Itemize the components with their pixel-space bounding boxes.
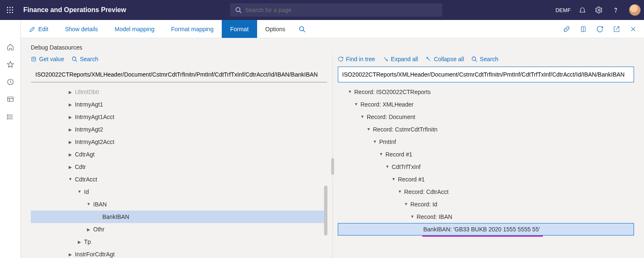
chevron-down-icon[interactable]: ▲ xyxy=(67,177,74,182)
rail-modules-icon[interactable] xyxy=(0,108,20,126)
help-icon[interactable] xyxy=(609,3,622,17)
format-mapping-button[interactable]: Format mapping xyxy=(163,20,222,38)
tree-row[interactable]: ▲Record: CdtrAcct xyxy=(338,186,634,198)
find-in-tree-button[interactable]: Find in tree xyxy=(338,56,375,62)
svg-point-22 xyxy=(7,119,8,119)
tree-row[interactable]: ▲Record: Document xyxy=(338,111,634,123)
chevron-down-icon[interactable]: ▲ xyxy=(396,190,404,194)
chevron-down-icon[interactable]: ▲ xyxy=(85,202,92,207)
edit-button[interactable]: Edit xyxy=(21,20,57,38)
tree-row[interactable]: ▶IntrmyAgt1 xyxy=(31,98,327,111)
chevron-down-icon[interactable]: ▲ xyxy=(371,140,379,144)
left-path-input[interactable] xyxy=(31,67,327,82)
left-search-button[interactable]: Search xyxy=(72,56,98,62)
chevron-down-icon[interactable]: ▲ xyxy=(346,90,354,94)
tree-row[interactable]: ▶IntrmyAgt1Acct xyxy=(31,111,327,123)
splitter[interactable] xyxy=(332,54,333,258)
tree-row[interactable]: ▶IntrmyAgt2 xyxy=(31,123,327,136)
chevron-right-icon[interactable]: ▶ xyxy=(85,227,92,232)
edit-label: Edit xyxy=(38,26,48,32)
svg-point-21 xyxy=(7,117,8,117)
chevron-down-icon[interactable]: ▲ xyxy=(384,165,391,169)
notifications-icon[interactable] xyxy=(576,3,589,17)
tree-row[interactable]: ▲Record #1 xyxy=(338,173,634,186)
tree-row[interactable]: ▲Record: ISO20022CTReports xyxy=(338,86,634,98)
tree-row[interactable]: ▲CdtrAcct xyxy=(31,173,327,186)
chevron-right-icon[interactable]: ▶ xyxy=(67,140,74,144)
search-icon xyxy=(72,56,77,62)
right-search-button[interactable]: Search xyxy=(471,56,498,62)
chevron-down-icon[interactable]: ▲ xyxy=(402,202,410,207)
tree-row[interactable]: •BankIBAN xyxy=(31,211,327,223)
user-avatar[interactable] xyxy=(629,4,641,16)
highlight-underline xyxy=(422,236,543,237)
tree-row[interactable]: ▶Tp xyxy=(31,236,327,248)
scrollbar[interactable] xyxy=(324,186,327,236)
tree-row[interactable]: ▲Id xyxy=(31,186,327,198)
rail-workspace-icon[interactable] xyxy=(0,91,20,108)
svg-point-37 xyxy=(472,57,476,61)
get-value-button[interactable]: Get value xyxy=(31,56,64,62)
tree-label: CdtrAcct xyxy=(74,176,97,183)
show-details-button[interactable]: Show details xyxy=(57,20,106,38)
format-button[interactable]: Format xyxy=(222,20,257,38)
get-value-label: Get value xyxy=(39,56,64,62)
tree-row[interactable]: ▶CdtrAgt xyxy=(31,148,327,161)
chevron-down-icon[interactable]: ▲ xyxy=(409,215,416,219)
chevron-right-icon[interactable]: ▶ xyxy=(67,115,74,119)
tree-row[interactable]: ▲Record: Id xyxy=(338,198,634,211)
tree-row[interactable]: ▲IBAN xyxy=(31,198,327,211)
right-path-input[interactable] xyxy=(338,67,634,82)
svg-line-27 xyxy=(303,30,305,32)
tree-label: Record: IBAN xyxy=(416,213,453,220)
expand-all-button[interactable]: Expand all xyxy=(383,56,418,62)
svg-point-7 xyxy=(10,12,11,13)
tree-row[interactable]: ▲PmtInf xyxy=(338,136,634,148)
settings-icon[interactable] xyxy=(592,3,606,17)
tree-row[interactable]: ▲Record #1 xyxy=(338,148,634,161)
popout-icon[interactable] xyxy=(609,22,624,37)
options-button[interactable]: Options xyxy=(257,20,294,38)
toolbar-search-button[interactable] xyxy=(294,20,310,38)
chevron-right-icon[interactable]: ▶ xyxy=(67,102,74,107)
global-search-input[interactable] xyxy=(245,7,437,13)
chevron-right-icon[interactable]: ▶ xyxy=(67,252,74,257)
tree-row[interactable]: •BankIBAN: 'GB33 BUKB 2020 1555 5555 55' xyxy=(338,223,634,236)
chevron-right-icon[interactable]: ▶ xyxy=(76,240,83,244)
chevron-down-icon[interactable]: ▲ xyxy=(76,190,83,194)
tree-row[interactable]: ▲Record: IBAN xyxy=(338,211,634,223)
tree-row[interactable]: ▲Record: XMLHeader xyxy=(338,98,634,111)
chevron-right-icon[interactable]: ▶ xyxy=(67,152,74,157)
tree-row[interactable]: ▶Cdtr xyxy=(31,161,327,173)
chevron-down-icon[interactable]: ▲ xyxy=(365,127,372,132)
global-search[interactable] xyxy=(230,3,442,17)
chevron-down-icon[interactable]: ▲ xyxy=(390,177,397,182)
chevron-right-icon[interactable]: ▶ xyxy=(67,90,74,94)
refresh-icon[interactable] xyxy=(592,22,607,37)
tree-row[interactable]: ▶InstrForCdtrAgt xyxy=(31,248,327,258)
tree-row[interactable]: ▲Record: CstmrCdtTrfInitn xyxy=(338,123,634,136)
chevron-down-icon[interactable]: ▲ xyxy=(352,102,360,107)
tree-row[interactable]: ▶UltmtDbtr xyxy=(31,86,327,98)
tree-row[interactable]: ▶Othr xyxy=(31,223,327,236)
app-launcher-icon[interactable] xyxy=(3,3,17,17)
chevron-down-icon[interactable]: ▲ xyxy=(377,152,385,157)
tree-row[interactable]: ▲CdtTrfTxInf xyxy=(338,161,634,173)
company-code[interactable]: DEMF xyxy=(555,7,571,13)
tree-label: Record: Document xyxy=(366,114,416,120)
chevron-down-icon[interactable]: ▲ xyxy=(359,115,366,119)
drag-handle-icon[interactable] xyxy=(331,158,334,175)
chevron-right-icon[interactable]: ▶ xyxy=(67,165,74,169)
rail-home-icon[interactable] xyxy=(0,38,20,56)
collapse-all-button[interactable]: Collapse all xyxy=(426,56,464,62)
page-icon[interactable] xyxy=(576,22,591,37)
close-icon[interactable] xyxy=(626,22,641,37)
rail-favorites-icon[interactable] xyxy=(0,56,20,73)
chevron-right-icon[interactable]: ▶ xyxy=(67,127,74,132)
tree-row[interactable]: ▶IntrmyAgt2Acct xyxy=(31,136,327,148)
model-mapping-button[interactable]: Model mapping xyxy=(107,20,163,38)
link-icon[interactable] xyxy=(559,22,574,37)
tree-label: Tp xyxy=(83,238,91,245)
tree-label: Id xyxy=(83,189,89,195)
rail-recent-icon[interactable] xyxy=(0,73,20,91)
